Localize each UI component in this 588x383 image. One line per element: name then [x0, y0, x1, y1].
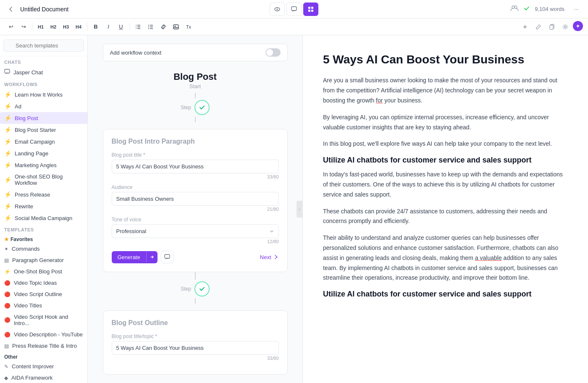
svg-point-1 [277, 8, 278, 10]
h2-button[interactable]: H2 [47, 21, 59, 33]
svg-rect-5 [308, 10, 310, 12]
sidebar-item-jasper-chat[interactable]: Jasper Chat [0, 66, 87, 79]
toolbar-separator-3 [129, 23, 130, 31]
other-label: Other [4, 354, 18, 360]
workflow-items-list: ⚡Learn How It Works⚡Ad⚡Blog Post⚡Blog Po… [0, 89, 87, 224]
image-button[interactable] [170, 21, 182, 33]
workflow-icon: ⚡ [4, 138, 11, 145]
generate-label: Generate [112, 251, 146, 263]
h3-button[interactable]: H3 [60, 21, 72, 33]
word-count: 9,104 words [535, 6, 564, 12]
underline-button[interactable]: U [115, 21, 127, 33]
italic-button[interactable]: I [102, 21, 114, 33]
more-options-button[interactable]: ··· [570, 3, 583, 16]
toggle-switch[interactable] [265, 48, 281, 57]
h4-button[interactable]: H4 [73, 21, 84, 33]
workflow-icon: ⚡ [4, 191, 11, 198]
ai-sparkle-button[interactable] [519, 21, 531, 33]
workflow-icon: ⚡ [4, 176, 11, 183]
collapse-handle[interactable]: ‹ [297, 201, 302, 218]
bold-button[interactable]: B [90, 21, 102, 33]
svg-point-19 [148, 26, 149, 27]
step-indicator-1: Step [181, 100, 210, 115]
favorite-icon: 🔴 [4, 280, 10, 286]
favorite-item-label: Video Topic Ideas [14, 280, 57, 286]
sidebar-item-other[interactable]: ✎Content Improver [0, 361, 87, 372]
sidebar-item-favorite[interactable]: 🔴Video Script Hook and Intro... [0, 311, 87, 329]
favorite-item-label: Video Script Hook and Intro... [14, 314, 83, 326]
step-indicator-2: Step [181, 281, 210, 296]
tone-select-wrapper: Professional [112, 224, 279, 238]
sidebar-item-favorite[interactable]: ✦Commands [0, 243, 87, 254]
field-label-title: Blog post title * [112, 152, 279, 158]
favorite-item-label: Commands [12, 246, 39, 252]
search-input[interactable] [3, 39, 84, 52]
other-items-list: ✎Content Improver◆AIDA Framework▤Product… [0, 361, 87, 383]
workflow-title-block: Blog Post Start [173, 71, 217, 89]
h1-button[interactable]: H1 [35, 21, 47, 33]
workflow-connector-2 [195, 117, 196, 122]
sidebar-item-favorite[interactable]: ▤Paragraph Generator [0, 254, 87, 266]
generate-arrow[interactable] [146, 252, 158, 262]
sidebar-item-favorite[interactable]: ⚡One-Shot Blog Post [0, 266, 87, 277]
sidebar-item-workflow[interactable]: ⚡Press Release [0, 189, 87, 200]
sidebar-item-workflow[interactable]: ⚡Landing Page [0, 147, 87, 159]
tone-select[interactable]: Professional [112, 224, 279, 238]
ordered-list-button[interactable]: 123 [132, 21, 144, 33]
other-item-label: AIDA Framework [11, 375, 52, 381]
sidebar-item-favorite[interactable]: 🔴Video Topic Ideas [0, 277, 87, 289]
field-label-audience: Audience [112, 184, 279, 190]
link-button[interactable] [158, 21, 169, 33]
sidebar-item-favorite[interactable]: ▤Press Release Title & Intro [0, 340, 87, 352]
workflow-item-label: Marketing Angles [15, 162, 57, 168]
workflow-card-outline: Blog Post Outline Blog post title/topic … [103, 310, 288, 375]
field-audience: Audience 21/80 [112, 184, 279, 212]
workflow-icon: ⚡ [4, 115, 11, 121]
sidebar-item-favorite[interactable]: 🔴Video Script Outline [0, 289, 87, 300]
blog-title-input[interactable] [112, 160, 279, 173]
preview-button[interactable] [270, 3, 285, 16]
sidebar-item-workflow[interactable]: ⚡Ad [0, 100, 87, 112]
editor-h1[interactable]: 5 Ways AI Can Boost Your Business [323, 52, 568, 67]
workflow-icon: ⚡ [4, 91, 11, 98]
outline-title-input[interactable] [112, 341, 279, 355]
document-view-button[interactable] [303, 3, 318, 16]
other-subsection: Other [0, 352, 87, 361]
jasper-chat-label: Jasper Chat [13, 69, 43, 76]
ai-copy-button[interactable] [546, 21, 558, 33]
undo-button[interactable]: ↩ [5, 21, 17, 33]
star-icon: ★ [4, 236, 9, 242]
field-label-tone: Tone of voice [112, 217, 279, 223]
jasper-ai-button[interactable] [573, 21, 583, 31]
generate-button[interactable]: Generate [112, 251, 158, 263]
sidebar-item-workflow[interactable]: ⚡Learn How It Works [0, 89, 87, 100]
sidebar-item-workflow[interactable]: ⚡Social Media Campaign [0, 212, 87, 224]
send-icon-button[interactable] [161, 251, 173, 263]
sidebar-item-workflow[interactable]: ⚡One-shot SEO Blog Workflow [0, 171, 87, 189]
card-title-intro: Blog Post Intro Paragraph [112, 138, 279, 145]
svg-rect-28 [165, 254, 170, 258]
audience-input[interactable] [112, 192, 279, 206]
back-button[interactable] [5, 3, 17, 15]
sidebar-item-workflow[interactable]: ⚡Blog Post Starter [0, 124, 87, 136]
sidebar-item-workflow[interactable]: ⚡Marketing Angles [0, 159, 87, 171]
ai-settings-button[interactable] [559, 21, 571, 33]
formatting-toolbar: ↩ ↪ H1 H2 H3 H4 B I U 123 Tx [0, 18, 588, 35]
sidebar-item-favorite[interactable]: 🔴Video Titles [0, 300, 87, 311]
sidebar-item-workflow[interactable]: ⚡Blog Post [0, 112, 87, 124]
clear-format-button[interactable]: Tx [183, 21, 194, 33]
favorite-item-label: Press Release Title & Intro [12, 343, 77, 349]
svg-rect-27 [5, 69, 10, 73]
sidebar-item-favorite[interactable]: 🔴Video Description - YouTube [0, 329, 87, 340]
sidebar-item-workflow[interactable]: ⚡Rewrite [0, 200, 87, 212]
workflow-item-label: Ad [15, 103, 21, 110]
other-item-label: Content Improver [12, 363, 54, 370]
sidebar-item-workflow[interactable]: ⚡Email Campaign [0, 136, 87, 147]
chat-button[interactable] [286, 3, 302, 16]
sidebar-item-other[interactable]: ◆AIDA Framework [0, 372, 87, 383]
unordered-list-button[interactable] [145, 21, 157, 33]
ai-edit-button[interactable] [533, 21, 544, 33]
redo-button[interactable]: ↪ [18, 21, 29, 33]
templates-section-header: TEMPLATES [0, 224, 87, 234]
next-button[interactable]: Next [260, 254, 279, 260]
